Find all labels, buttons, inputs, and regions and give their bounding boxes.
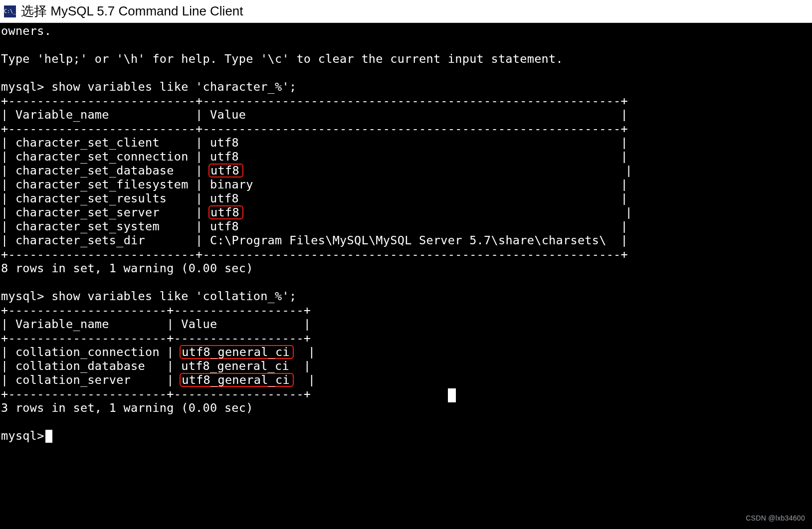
variable-name-cell: character_set_results (15, 191, 189, 205)
variable-name-cell: character_set_system (15, 219, 189, 233)
variable-name-cell: collation_database (15, 359, 160, 373)
variable-name-cell: character_sets_dir (15, 233, 189, 247)
variable-name-cell: character_set_filesystem (15, 177, 189, 191)
sql-prompt-line: mysql> show variables like 'collation_%'… (1, 289, 296, 303)
sql-prompt-line: mysql> show variables like 'character_%'… (1, 80, 296, 94)
variable-value-cell: utf8_general_ci (181, 373, 301, 387)
titlebar[interactable]: 选择 MySQL 5.7 Command Line Client (0, 0, 812, 23)
highlighted-value: utf8 (208, 205, 243, 219)
variable-value-cell: utf8 (210, 164, 618, 177)
window-title: 选择 MySQL 5.7 Command Line Client (21, 2, 243, 20)
variable-value-cell: utf8_general_ci (181, 359, 296, 373)
variable-value-cell: utf8_general_ci (181, 345, 301, 359)
text-cursor (45, 430, 52, 443)
result-footer: 3 rows in set, 1 warning (0.00 sec) (1, 401, 253, 415)
highlighted-value: utf8_general_ci (180, 373, 294, 387)
variable-value-cell: utf8 (210, 191, 613, 205)
variable-value-cell: utf8 (210, 219, 613, 233)
app-window: 选择 MySQL 5.7 Command Line Client owners.… (0, 0, 812, 529)
variable-value-cell: C:\Program Files\MySQL\MySQL Server 5.7\… (210, 233, 613, 247)
variable-value-cell: utf8 (210, 150, 613, 164)
mysql-prompt[interactable]: mysql> (1, 429, 44, 443)
variable-name-cell: character_set_database (15, 164, 189, 177)
variable-name-cell: character_set_server (15, 205, 189, 219)
highlighted-value: utf8_general_ci (180, 345, 294, 359)
variable-name-cell: collation_connection (15, 345, 160, 359)
variable-value-cell: binary (210, 177, 613, 191)
terminal-output[interactable]: owners. Type 'help;' or '\h' for help. T… (0, 23, 812, 529)
variable-value-cell: utf8 (210, 136, 613, 150)
app-icon (4, 5, 16, 17)
variable-name-cell: character_set_connection (15, 150, 189, 164)
variable-name-cell: character_set_client (15, 136, 189, 150)
result-footer: 8 rows in set, 1 warning (0.00 sec) (1, 261, 253, 275)
watermark: CSDN @lxb34600 (746, 511, 805, 525)
highlighted-value: utf8 (208, 164, 243, 177)
stray-cursor-block (448, 388, 456, 402)
variable-value-cell: utf8 (210, 205, 618, 219)
variable-name-cell: collation_server (15, 373, 160, 387)
